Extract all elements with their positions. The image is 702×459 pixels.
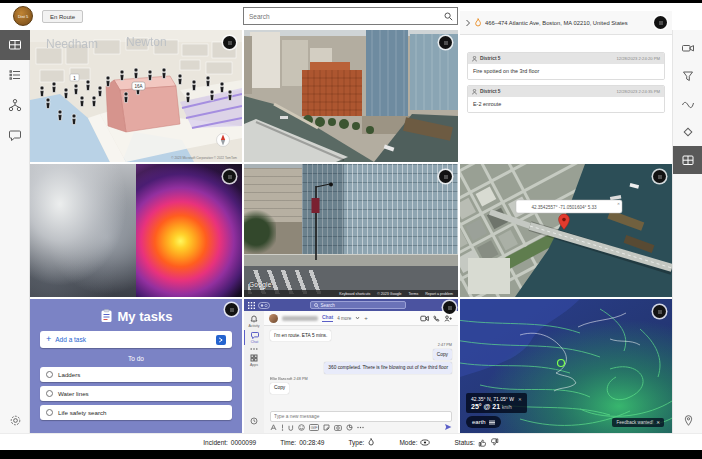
thumbs-down-icon[interactable] <box>490 438 499 447</box>
map-ghost-label: Needham <box>46 37 98 51</box>
rail-item-layers[interactable] <box>673 118 702 146</box>
rail-item-video-feed[interactable] <box>673 34 702 62</box>
thumbs-up-icon[interactable] <box>478 438 487 447</box>
person-icon <box>472 89 477 95</box>
global-search[interactable] <box>243 7 458 25</box>
emoji-icon[interactable] <box>298 424 305 431</box>
chat-bubble-incoming: Copy <box>270 383 289 394</box>
incident-address-bar: 466–474 Atlantic Ave, Boston, MA 02210, … <box>460 11 672 35</box>
chat-bubble-outgoing: Copy <box>433 349 452 360</box>
task-complete-circle[interactable] <box>46 409 53 416</box>
phone-call-icon[interactable] <box>433 315 440 322</box>
tab-more[interactable]: 4 more <box>337 316 351 321</box>
teams-rail-more[interactable] <box>244 346 264 352</box>
attr-terms[interactable]: Terms <box>408 292 418 296</box>
send-message-icon[interactable] <box>444 423 452 431</box>
panel-focus-button[interactable] <box>654 16 667 29</box>
chevron-down-icon[interactable] <box>355 316 360 320</box>
feedback-chip[interactable]: Feedback wanted! ✕ <box>612 418 664 427</box>
sidebar-item-video-wall[interactable] <box>0 30 30 60</box>
tab-chat[interactable]: Chat <box>322 314 333 322</box>
panel-focus-button[interactable] <box>653 170 666 183</box>
more-options-icon[interactable] <box>357 426 364 429</box>
panel-3d-aerial-view[interactable] <box>244 30 458 162</box>
sticker-icon[interactable] <box>323 424 330 431</box>
rail-item-location[interactable] <box>673 414 702 427</box>
compass[interactable] <box>217 134 230 147</box>
panel-focus-button[interactable] <box>223 170 236 183</box>
sidebar-item-task-list[interactable] <box>0 60 30 90</box>
earth-menu-button[interactable]: earth <box>466 416 501 428</box>
add-person-icon[interactable] <box>444 315 453 322</box>
gif-icon[interactable]: GIF <box>309 424 319 431</box>
panel-drone-thermal-feed[interactable] <box>30 164 242 297</box>
camera-icon[interactable] <box>334 424 342 431</box>
add-task-row[interactable]: + Add a task <box>40 331 232 348</box>
video-call-icon[interactable] <box>420 315 429 322</box>
add-task-submit-button[interactable] <box>216 335 226 345</box>
contact-avatar[interactable] <box>269 314 278 323</box>
task-label: Ladders <box>58 371 80 378</box>
format-icon[interactable] <box>270 424 277 431</box>
search-input[interactable] <box>244 12 444 21</box>
panel-my-tasks[interactable]: My tasks + Add a task To do Ladders Wate… <box>30 299 242 433</box>
panel-focus-button[interactable] <box>653 305 666 318</box>
task-complete-circle[interactable] <box>46 390 53 397</box>
task-item[interactable]: Life safety search <box>40 405 232 420</box>
teams-rail-activity[interactable]: Activity <box>244 314 264 329</box>
teams-rail-chat[interactable]: Chat <box>244 330 264 345</box>
tasks-clipboard-icon <box>100 309 113 323</box>
panel-wind-map[interactable]: 42.35° N, 71.05° W ✕ 25° @ 21 km/h earth… <box>460 299 672 433</box>
importance-icon[interactable] <box>281 424 284 431</box>
satellite-graphic: 42.3542557° -71.0501604° 5.33 ✕ <box>460 164 672 297</box>
sender-name: Ellie Bancroft <box>270 377 292 381</box>
teams-compose-toolbar: GIF <box>270 422 452 432</box>
panel-3d-model-map[interactable]: Needham Newton <box>30 30 242 162</box>
search-icon[interactable] <box>444 12 453 21</box>
attach-icon[interactable] <box>288 424 294 431</box>
panel-focus-button[interactable] <box>443 301 456 314</box>
panel-focus-button[interactable] <box>439 170 452 183</box>
eye-mode-icon[interactable] <box>420 439 430 446</box>
close-icon[interactable]: ✕ <box>656 420 660 425</box>
fire-icon <box>474 18 482 28</box>
fire-type-icon[interactable] <box>367 438 375 447</box>
close-icon[interactable]: ✕ <box>518 397 522 402</box>
sidebar-item-hierarchy[interactable] <box>0 90 30 120</box>
task-item[interactable]: Ladders <box>40 367 232 382</box>
panel-focus-button[interactable] <box>439 36 452 49</box>
chevron-right-icon[interactable] <box>465 19 471 27</box>
panel-incident-chat[interactable]: District 5 12/28/2023 2:24:20 PM Fire sp… <box>460 30 672 162</box>
panel-satellite-map[interactable]: 42.3542557° -71.0501604° 5.33 ✕ <box>460 164 672 297</box>
sidebar-item-chat[interactable] <box>0 120 30 150</box>
add-tab-button[interactable]: + <box>364 315 368 321</box>
attr-report[interactable]: Report a problem <box>425 292 453 296</box>
rail-item-route[interactable] <box>673 90 702 118</box>
waffle-menu-icon[interactable] <box>248 302 255 309</box>
panel-focus-button[interactable] <box>223 36 236 49</box>
teams-rail-apps[interactable]: Apps <box>244 353 264 368</box>
task-item[interactable]: Water lines <box>40 386 232 401</box>
panel-teams-chat[interactable]: Search Activity Chat Apps <box>244 299 458 433</box>
district-logo[interactable]: Dist 5 <box>13 6 33 26</box>
en-route-button[interactable]: En Route <box>42 10 83 23</box>
teams-rail-help[interactable] <box>250 411 258 429</box>
chat-bubble-outgoing: 360 completed. There is fire blowing out… <box>324 362 452 373</box>
loop-icon[interactable] <box>346 424 353 431</box>
search-icon <box>314 303 319 308</box>
teams-search-box[interactable]: Search <box>310 301 406 309</box>
panel-focus-button[interactable] <box>225 303 238 316</box>
message-input-field[interactable] <box>271 414 451 419</box>
panel-street-view[interactable]: Google Keyboard shortcuts © 2023 Google … <box>244 164 458 297</box>
rail-item-filter[interactable] <box>673 62 702 90</box>
task-complete-circle[interactable] <box>46 371 53 378</box>
wind-readout-overlay: 42.35° N, 71.05° W ✕ 25° @ 21 km/h <box>466 393 527 413</box>
svg-text:16A: 16A <box>134 84 142 89</box>
rail-label: Apps <box>250 363 258 367</box>
attr-keyboard-shortcuts[interactable]: Keyboard shortcuts <box>339 292 370 296</box>
teams-message-input[interactable] <box>270 411 452 422</box>
tooltip-close-icon[interactable]: ✕ <box>617 202 620 206</box>
org-switcher-icon[interactable] <box>258 302 270 309</box>
sidebar-item-settings[interactable] <box>0 414 30 427</box>
rail-item-grid-view[interactable] <box>673 146 702 174</box>
